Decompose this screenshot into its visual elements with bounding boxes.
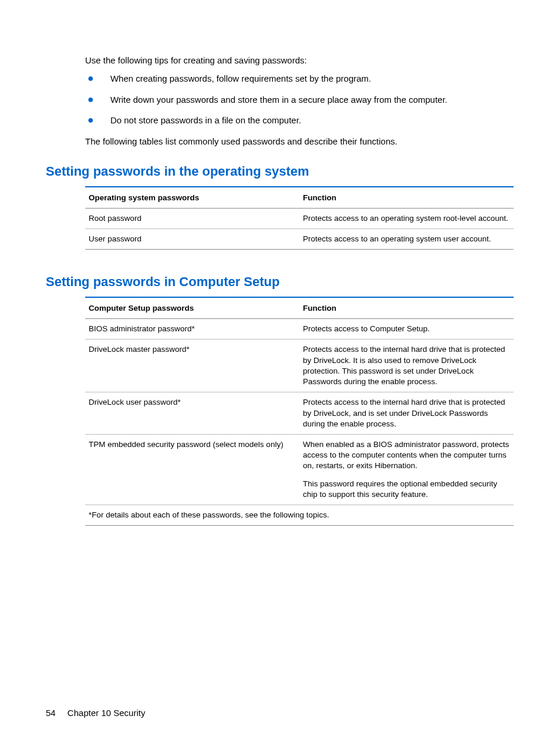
table-cell: Root password <box>85 208 299 228</box>
table-cell-paragraph: This password requires the optional embe… <box>303 479 510 500</box>
list-item: ● When creating passwords, follow requir… <box>85 72 514 85</box>
page-footer: 54 Chapter 10 Security <box>46 708 145 718</box>
table-header-passwords: Operating system passwords <box>85 187 299 209</box>
list-item: ● Write down your passwords and store th… <box>85 93 514 106</box>
computer-setup-passwords-table: Computer Setup passwords Function BIOS a… <box>85 297 514 526</box>
bullet-icon: ● <box>87 93 94 106</box>
table-row: TPM embedded security password (select m… <box>85 434 514 505</box>
tips-bullet-list: ● When creating passwords, follow requir… <box>85 72 514 127</box>
bullet-text: Do not store passwords in a file on the … <box>110 114 301 126</box>
table-row: DriveLock user password* Protects access… <box>85 392 514 435</box>
intro-paragraph-1: Use the following tips for creating and … <box>85 54 514 66</box>
table-footnote-row: *For details about each of these passwor… <box>85 505 514 526</box>
list-item: ● Do not store passwords in a file on th… <box>85 114 514 127</box>
table-cell-paragraph: When enabled as a BIOS administrator pas… <box>303 439 510 472</box>
table-row: Root password Protects access to an oper… <box>85 208 514 228</box>
bullet-icon: ● <box>87 114 94 127</box>
table-row: User password Protects access to an oper… <box>85 229 514 250</box>
section-heading-os-passwords: Setting passwords in the operating syste… <box>46 164 514 179</box>
os-passwords-table: Operating system passwords Function Root… <box>85 186 514 250</box>
table-cell: BIOS administrator password* <box>85 319 299 340</box>
table-cell: Protects access to the internal hard dri… <box>299 340 514 392</box>
table-cell: Protects access to Computer Setup. <box>299 319 514 340</box>
intro-paragraph-2: The following tables list commonly used … <box>85 135 514 147</box>
table-row: DriveLock master password* Protects acce… <box>85 340 514 392</box>
table-cell: DriveLock user password* <box>85 392 299 435</box>
table-header-passwords: Computer Setup passwords <box>85 297 299 319</box>
table-cell: TPM embedded security password (select m… <box>85 434 299 505</box>
table-cell: User password <box>85 229 299 250</box>
table-header-function: Function <box>299 187 514 209</box>
table-cell: When enabled as a BIOS administrator pas… <box>299 434 514 505</box>
table-footnote: *For details about each of these passwor… <box>85 505 514 526</box>
bullet-icon: ● <box>87 72 94 85</box>
table-cell: Protects access to the internal hard dri… <box>299 392 514 435</box>
table-row: BIOS administrator password* Protects ac… <box>85 319 514 340</box>
bullet-text: When creating passwords, follow requirem… <box>110 72 371 85</box>
table-cell: DriveLock master password* <box>85 340 299 392</box>
bullet-text: Write down your passwords and store them… <box>110 93 447 106</box>
section-heading-computer-setup: Setting passwords in Computer Setup <box>46 274 514 290</box>
table-cell: Protects access to an operating system u… <box>299 229 514 250</box>
page-number: 54 <box>46 708 56 718</box>
table-header-function: Function <box>299 297 514 319</box>
chapter-label: Chapter 10 Security <box>68 708 146 718</box>
table-cell: Protects access to an operating system r… <box>299 208 514 228</box>
